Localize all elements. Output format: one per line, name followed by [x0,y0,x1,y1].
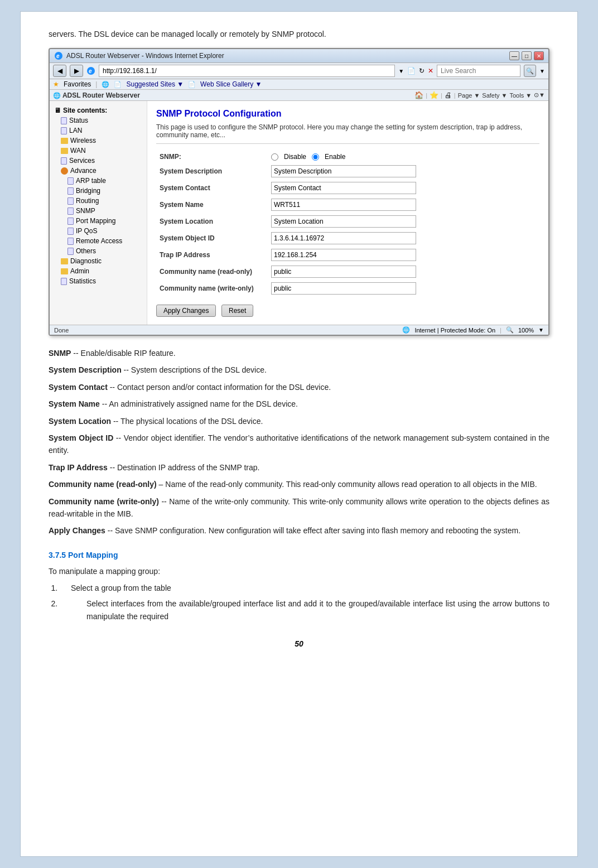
snmp-description: This page is used to configure the SNMP … [156,123,539,144]
doc-icon-statistics [61,278,67,285]
para-snmp: SNMP -- Enable/disable RIP feature. [49,347,549,359]
search-dropdown[interactable]: ▼ [539,68,545,74]
snmp-radio-group: Disable Enable [271,153,536,161]
para-system-name: System Name -- An administratively assig… [49,398,549,410]
section-375: 3.7.5 Port Mapping To manipulate a mappi… [49,551,549,623]
sys-name-input[interactable] [271,199,416,211]
table-row-sys-contact: System Contact [156,180,539,196]
status-done: Done [54,327,69,334]
sidebar-header: 🖥 Site contents: [52,105,144,115]
table-row-snmp-radio: SNMP: Disable Enable [156,151,539,163]
dropdown-arrow-addr[interactable]: ▼ [398,68,404,74]
minimize-button[interactable]: — [509,51,519,60]
page-button[interactable]: Page ▼ [458,92,480,99]
ie-fav-icon3: 📄 [188,81,196,88]
sidebar-item-remoteaccess[interactable]: Remote Access [52,236,144,246]
live-search-input[interactable] [437,65,520,77]
sys-location-input[interactable] [271,215,416,228]
browser-title-label: ADSL Router Webserver - Windows Internet… [66,52,224,60]
sys-name-label: System Name [156,196,268,213]
para-system-contact: System Contact -- Contact person and/or … [49,381,549,393]
toolbar-right: 🏠 | ⭐ | 🖨 | Page ▼ Safety ▼ Tools ▼ ⊙▼ [414,91,545,99]
sys-objectid-label: System Object ID [156,230,268,247]
sidebar-item-routing[interactable]: Routing [52,196,144,206]
community-read-label: Community name (read-only) [156,263,268,280]
ie-small-icon: e [86,66,95,75]
ie-toolbar: 🌐 ADSL Router Webserver 🏠 | ⭐ | 🖨 | Page… [50,90,548,101]
sidebar-item-services[interactable]: Services [52,156,144,166]
search-icon-button[interactable]: 🔍 [524,65,536,77]
safety-button[interactable]: Safety ▼ [482,92,507,99]
section-375-heading: 3.7.5 Port Mapping [49,551,549,560]
address-bar: ◀ ▶ e ▼ 📄 ↻ ✕ 🔍 ▼ [50,63,548,79]
address-input[interactable] [99,65,395,77]
para-system-objectid: System Object ID -- Vendor object identi… [49,432,549,457]
folder-icon-wan [61,148,68,154]
sidebar-item-bridging[interactable]: Bridging [52,186,144,196]
back-button[interactable]: ◀ [53,65,66,77]
suggested-sites[interactable]: Suggested Sites ▼ [126,80,184,88]
doc-icon-remoteaccess [67,238,74,245]
stop-icon[interactable]: ✕ [428,67,433,75]
para-apply-changes: Apply Changes -- Save SNMP configuration… [49,524,549,537]
snmp-title: SNMP Protocol Configuration [156,109,539,119]
snmp-form-table: SNMP: Disable Enable S [156,151,539,297]
sidebar-item-statistics[interactable]: Statistics [52,276,144,286]
sys-location-label: System Location [156,213,268,230]
sidebar-item-arp[interactable]: ARP table [52,176,144,186]
zoom-separator: | [500,327,501,334]
sidebar-item-advance[interactable]: Advance [52,166,144,176]
para-system-description: System Description -- System description… [49,364,549,376]
trap-ip-input[interactable] [271,249,416,261]
svg-text:e: e [89,68,92,74]
sidebar-item-ipqos[interactable]: IP QoS [52,226,144,236]
print-icon[interactable]: 🖨 [445,91,452,99]
table-row-sys-objectid: System Object ID [156,230,539,247]
doc-icon-bridging [67,187,74,195]
sys-contact-input[interactable] [271,182,416,194]
apply-changes-button[interactable]: Apply Changes [156,305,216,317]
favorites-icon[interactable]: ⭐ [430,91,438,99]
sidebar-item-lan[interactable]: LAN [52,126,144,136]
sidebar-item-diagnostic[interactable]: Diagnostic [52,256,144,266]
sidebar-item-snmp[interactable]: SNMP [52,206,144,216]
reset-button[interactable]: Reset [221,305,253,317]
enable-label: Enable [325,153,345,161]
sys-objectid-input[interactable] [271,232,416,244]
ie-fav-icon2: 📄 [114,81,122,88]
community-read-input[interactable] [271,266,416,278]
zoom-level: 100% [518,327,534,334]
sidebar-item-wan[interactable]: WAN [52,146,144,156]
page-container: servers. The DSL device can be managed l… [20,11,578,857]
table-row-community-write: Community name (write-only) [156,280,539,297]
sys-desc-input[interactable] [271,165,416,177]
forward-button[interactable]: ▶ [70,65,83,77]
sidebar-item-portmapping[interactable]: Port Mapping [52,216,144,226]
maximize-button[interactable]: □ [522,51,532,60]
browser-title-area: e ADSL Router Webserver - Windows Intern… [54,51,224,60]
sidebar-item-status[interactable]: Status [52,115,144,126]
globe-status-icon: 🌐 [402,326,410,334]
help-button[interactable]: ⊙▼ [534,91,545,99]
doc-icon-status [61,117,67,124]
snmp-disable-radio[interactable] [271,153,278,161]
sidebar-item-admin[interactable]: Admin [52,266,144,276]
snmp-enable-radio[interactable] [312,153,319,161]
refresh-icon[interactable]: ↻ [419,67,425,75]
table-row-sys-desc: System Description [156,163,539,180]
monitor-icon: 🖥 [54,107,61,114]
sidebar-item-wireless[interactable]: Wireless [52,136,144,146]
tools-button[interactable]: Tools ▼ [509,92,532,99]
web-slice-gallery[interactable]: Web Slice Gallery ▼ [200,80,262,88]
zoom-dropdown[interactable]: ▼ [538,327,544,333]
browser-content: 🖥 Site contents: Status LAN Wireless [50,101,548,325]
status-internet: Internet | Protected Mode: On [414,327,495,334]
home-icon[interactable]: 🏠 [414,91,423,99]
doc-icon-addr: 📄 [407,67,416,75]
sidebar-item-others[interactable]: Others [52,246,144,256]
ie-icon: e [54,51,63,60]
browser-window: e ADSL Router Webserver - Windows Intern… [49,48,549,336]
doc-icon-services [61,157,67,165]
close-button[interactable]: ✕ [534,51,544,60]
community-write-input[interactable] [271,282,416,295]
